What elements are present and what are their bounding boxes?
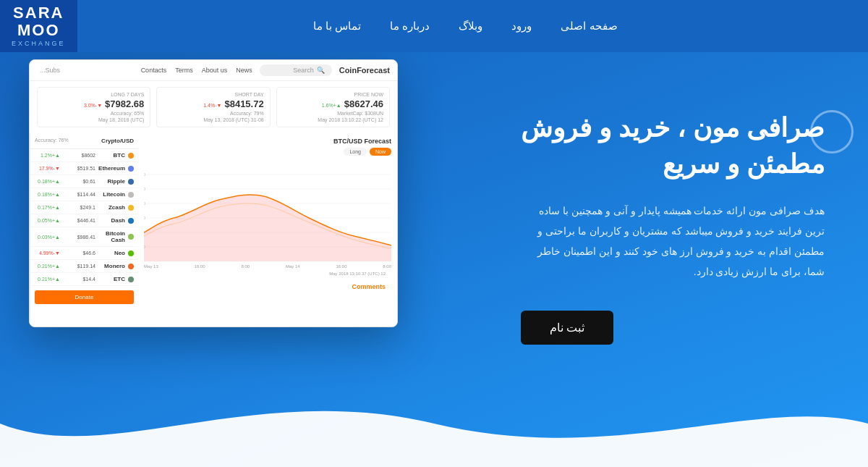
crypto-price: $46.6 xyxy=(63,251,95,256)
crypto-name: Zcash xyxy=(98,204,125,211)
svg-text:9500: 9500 xyxy=(144,187,145,191)
crypto-color-dot xyxy=(128,264,134,269)
crypto-name: Ethereum xyxy=(98,165,125,172)
list-item: BTC $8602 ▲+1.2% xyxy=(30,149,138,162)
crypto-change: ▲+0.18% xyxy=(35,192,60,197)
hero-content: صرافی مون ، خرید و فروش مطمئن و سریع هدف… xyxy=(521,110,825,345)
stat-label-1: SHORT DAY xyxy=(163,92,263,97)
crypto-price: $8602 xyxy=(63,153,95,158)
crypto-header-label: Crypto/USD xyxy=(69,138,134,144)
register-button[interactable]: ثبت نام xyxy=(521,311,613,345)
crypto-price: $519.51 xyxy=(63,166,95,171)
dash-left: BTC/USD Forecast Now Long xyxy=(138,133,397,327)
stat-date-1: 31-08 May 13, 2018 (UTC) xyxy=(163,117,263,122)
list-item: Litecoin $114.44 ▲+0.18% xyxy=(30,188,138,201)
crypto-color-dot xyxy=(128,192,134,198)
crypto-price: $114.44 xyxy=(63,192,95,197)
crypto-change: ▼-17.9% xyxy=(35,166,60,171)
crypto-color-dot xyxy=(128,251,134,256)
wave-decoration xyxy=(0,380,868,467)
svg-text:9000: 9000 xyxy=(144,201,145,206)
x-label-5: 13 May xyxy=(144,264,158,269)
donate-button[interactable]: Donate xyxy=(35,290,134,304)
chart-tab-now[interactable]: Now xyxy=(370,148,391,156)
dash-nav: News About us Terms Contacts xyxy=(141,67,252,74)
chart-svg: 9500 9500 9000 8000 7900 7500 xyxy=(144,160,391,261)
stat-long-7: LONG 7 DAYS $7982.68 ▼-3.0% Accuracy: 65… xyxy=(37,87,150,127)
dash-nav-contacts[interactable]: Contacts xyxy=(141,67,167,74)
crypto-color-dot xyxy=(128,179,134,185)
nav-contact[interactable]: تماس با ما xyxy=(313,20,361,33)
crypto-name: Litecoin xyxy=(98,191,125,198)
stat-value-2: $7982.68 xyxy=(105,98,144,109)
crypto-name: Dash xyxy=(98,217,125,224)
stat-change-0: ▲+1.6% xyxy=(322,103,341,108)
chart-tab-long[interactable]: Long xyxy=(344,148,367,156)
crypto-price: $14.4 xyxy=(63,277,95,282)
crypto-name: ETC xyxy=(98,276,125,282)
stat-sub-2: Accuracy: 65% xyxy=(43,111,144,116)
stat-value-1: $8415.72 xyxy=(224,98,263,109)
list-item: Monero $119.14 ▲+0.21% xyxy=(30,260,138,273)
dash-search[interactable]: 🔍 Search xyxy=(260,64,332,76)
list-item: Dash $446.41 ▲+0.05% xyxy=(30,214,138,227)
wave-svg xyxy=(0,380,868,467)
nav-home[interactable]: صفحه اصلی xyxy=(561,20,617,33)
crypto-name: Ripple xyxy=(98,178,125,185)
comments-label: Comments xyxy=(144,279,391,290)
list-item: Ripple $0.61 ▲+0.18% xyxy=(30,175,138,188)
logo-line2: MOO xyxy=(12,22,66,39)
dash-nav-about[interactable]: About us xyxy=(202,67,228,74)
logo-exchange: EXCHANGE xyxy=(12,41,66,48)
stats-row: PRICE NOW $8627.46 ▲+1.6% MarketCap: $30… xyxy=(30,81,397,133)
stat-change-2: ▼-3.0% xyxy=(84,103,102,108)
dash-nav-news[interactable]: News xyxy=(236,67,252,74)
dash-right: Crypto/USD Accuracy: 76% BTC $8602 ▲+1.2… xyxy=(30,133,138,327)
crypto-color-dot xyxy=(128,234,134,240)
search-icon: 🔍 xyxy=(317,67,325,74)
dash-nav-terms[interactable]: Terms xyxy=(175,67,193,74)
crypto-change: ▼-4.99% xyxy=(35,251,60,256)
crypto-change: ▲+0.21% xyxy=(35,277,60,282)
crypto-price: $986.41 xyxy=(63,235,95,240)
svg-text:9500: 9500 xyxy=(144,172,145,177)
crypto-price: $119.14 xyxy=(63,264,95,269)
x-label-4: 16:00 xyxy=(195,264,205,269)
main-nav: صفحه اصلی ورود وبلاگ درباره ما تماس با م… xyxy=(77,20,854,33)
stat-date-0: 12 May 2018 13:10:22 (UTC) xyxy=(283,117,383,122)
crypto-color-dot xyxy=(128,277,134,282)
crypto-name: Neo xyxy=(98,250,125,256)
stat-sub-0: MarketCap: $308UN xyxy=(283,111,383,116)
dash-subscribe[interactable]: Subs... xyxy=(40,67,60,74)
dash-body: BTC/USD Forecast Now Long xyxy=(30,133,397,327)
crypto-name: Bitcoin Cash xyxy=(98,230,125,243)
crypto-color-dot xyxy=(128,218,134,224)
logo-line1: SARA xyxy=(12,4,66,22)
crypto-change: ▲+0.03% xyxy=(35,235,60,240)
stat-change-1: ▼-1.4% xyxy=(203,103,221,108)
crypto-price: $0.61 xyxy=(63,179,95,184)
chart-area: 9500 9500 9000 8000 7900 7500 xyxy=(144,160,391,261)
stat-value-0: $8627.46 xyxy=(344,98,383,109)
hero-section: صرافی مون ، خرید و فروش مطمئن و سریع هدف… xyxy=(0,52,868,467)
list-item: Bitcoin Cash $986.41 ▲+0.03% xyxy=(30,227,138,247)
crypto-change: ▲+0.17% xyxy=(35,205,60,210)
list-item: ETC $14.4 ▲+0.21% xyxy=(30,273,138,286)
stat-date-2: May 18, 2018 (UTC) xyxy=(43,117,144,122)
crypto-color-dot xyxy=(128,166,134,172)
hero-title: صرافی مون ، خرید و فروش مطمئن و سریع xyxy=(521,110,825,183)
x-label-1: 16:00 xyxy=(336,264,346,269)
crypto-price: $249.1 xyxy=(63,205,95,210)
stat-label-2: LONG 7 DAYS xyxy=(43,92,144,97)
nav-about[interactable]: درباره ما xyxy=(390,20,430,33)
header: صفحه اصلی ورود وبلاگ درباره ما تماس با م… xyxy=(0,0,868,52)
stat-label-0: PRICE NOW xyxy=(283,92,383,97)
crypto-color-dot xyxy=(128,153,134,159)
search-placeholder: Search xyxy=(293,67,314,74)
chart-tabs: Now Long xyxy=(144,148,391,156)
x-label-2: 14 May xyxy=(286,264,300,269)
nav-login[interactable]: ورود xyxy=(511,20,532,33)
nav-blog[interactable]: وبلاگ xyxy=(459,20,482,33)
stat-price-now: PRICE NOW $8627.46 ▲+1.6% MarketCap: $30… xyxy=(276,87,390,127)
list-item: Zcash $249.1 ▲+0.17% xyxy=(30,201,138,214)
